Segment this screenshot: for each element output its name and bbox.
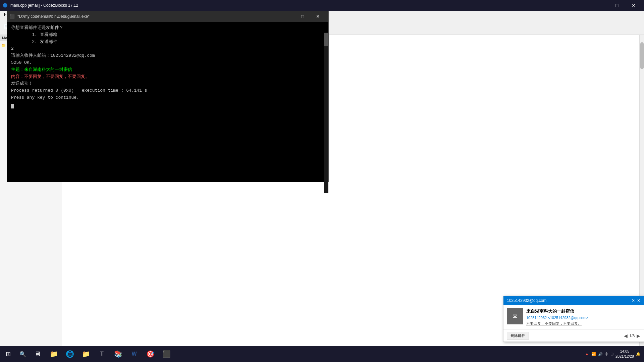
console-line-6: 5250 OK. <box>11 59 324 66</box>
taskbar-item-paint[interactable]: 🎯 <box>142 346 158 362</box>
console-line-12: Process returned 0 (0x0) execution time … <box>11 87 324 94</box>
email-popup-extra-close[interactable]: ✕ <box>632 298 635 303</box>
console-controls: — □ ✕ <box>279 11 326 22</box>
taskbar-search-button[interactable]: 🔍 <box>16 347 30 361</box>
console-title: ⬛ *D:\my code\email\bin\Debug\email.exe* <box>10 14 90 19</box>
email-popup-body: ✉ 来自湖南科大的一封密信 1025142932 <1025142932@qq.… <box>503 305 644 329</box>
email-prev-button[interactable]: ◀ <box>624 333 628 338</box>
email-preview: 不要回复，不要回复，不要回复。 <box>526 321 640 326</box>
tray-icon-1: 🔺 <box>585 352 589 356</box>
console-maximize[interactable]: □ <box>295 11 310 22</box>
console-cursor-line <box>11 101 324 108</box>
tray-icon-wifi[interactable]: 📶 <box>591 352 596 356</box>
email-sender-addr: <1025142932@qq.com> <box>548 316 588 320</box>
email-avatar-img: ✉ <box>507 308 523 324</box>
email-popup-header: 1025142932@qq.com ✕ ✕ <box>503 296 644 305</box>
minimize-button[interactable]: — <box>592 0 608 11</box>
taskbar-item-mortar[interactable]: 📚 <box>110 346 126 362</box>
console-line-1: 你想查看邮件还是发邮件？ <box>11 25 324 32</box>
email-next-button[interactable]: ▶ <box>637 333 640 338</box>
console-line-8: 主题：来自湖南科大的一封密信 <box>11 66 324 74</box>
taskbar-item-terminal[interactable]: ⬛ <box>158 346 174 362</box>
email-popup-close-btn[interactable]: ✕ <box>637 298 640 303</box>
email-avatar: ✉ <box>507 308 523 324</box>
taskbar-start-button[interactable]: ⊞ <box>0 346 16 362</box>
console-v-scrollbar[interactable] <box>324 33 328 193</box>
taskbar-clock[interactable]: 14:05 2021/12/28 <box>615 349 634 359</box>
console-line-13: Press any key to continue. <box>11 94 324 101</box>
console-v-thumb[interactable] <box>324 33 328 46</box>
title-bar: 🔵 main.cpp [email] - Code::Blocks 17.12 … <box>0 0 644 11</box>
console-line-4: 2 <box>11 45 324 52</box>
console-window: ⬛ *D:\my code\email\bin\Debug\email.exe*… <box>7 11 329 182</box>
title-bar-controls: — □ ✕ <box>592 0 641 11</box>
console-line-5: 请输入收件人邮箱：1025142932@qq.com <box>11 52 324 59</box>
tray-icon-grid[interactable]: ⊞ <box>610 352 613 356</box>
notification-icon[interactable]: 🔔 <box>636 352 641 356</box>
taskbar-item-browser[interactable]: 🌐 <box>62 346 78 362</box>
console-cursor <box>11 104 14 108</box>
taskbar-item-explorer[interactable]: 📁 <box>46 346 62 362</box>
app-icon: 🔵 <box>3 3 8 8</box>
console-line-10: 发送成功！ <box>11 80 324 87</box>
taskbar-item-taskview[interactable]: 🖥 <box>30 346 46 362</box>
console-line-9: 内容：不要回复，不要回复，不要回复。 <box>11 74 324 81</box>
taskbar-right: 🔺 📶 🔊 中 ⊞ 14:05 2021/12/28 🔔 <box>581 349 644 359</box>
close-button[interactable]: ✕ <box>626 0 641 11</box>
console-titlebar: ⬛ *D:\my code\email\bin\Debug\email.exe*… <box>7 11 328 22</box>
taskbar: ⊞ 🔍 🖥 📁 🌐 📁 T 📚 W 🎯 ⬛ 🔺 📶 🔊 中 ⊞ 14:05 20… <box>0 346 644 362</box>
window-title: main.cpp [email] - Code::Blocks 17.12 <box>10 3 78 8</box>
console-minimize[interactable]: — <box>279 11 295 22</box>
editor-v-thumb[interactable] <box>640 42 644 69</box>
taskbar-item-text[interactable]: T <box>94 346 110 362</box>
email-popup-footer: 删除邮件 ◀ 1/3 ▶ <box>503 329 644 342</box>
email-nav: ◀ 1/3 ▶ <box>624 333 640 338</box>
email-delete-button[interactable]: 删除邮件 <box>507 332 529 340</box>
taskbar-item-word[interactable]: W <box>126 346 142 362</box>
console-icon: ⬛ <box>10 14 15 19</box>
console-title-text: *D:\my code\email\bin\Debug\email.exe* <box>17 14 90 19</box>
email-info: 来自湖南科大的一封密信 1025142932 <1025142932@qq.co… <box>526 308 640 326</box>
email-page: 1/3 <box>630 334 635 338</box>
project-icon: 📁 <box>1 43 6 48</box>
tray-icon-speaker[interactable]: 🔊 <box>598 352 603 356</box>
console-line-3: 2. 发送邮件 <box>11 39 324 46</box>
console-line-2: 1. 查看邮箱 <box>11 32 324 39</box>
taskbar-date-value: 2021/12/28 <box>615 354 634 359</box>
title-bar-left: 🔵 main.cpp [email] - Code::Blocks 17.12 <box>3 3 78 8</box>
email-sender-name: 1025142932 <box>526 316 547 320</box>
email-popup-sender: 1025142932@qq.com <box>507 298 546 303</box>
email-sender: 1025142932 <1025142932@qq.com> <box>526 316 640 320</box>
maximize-button[interactable]: □ <box>609 0 625 11</box>
console-close[interactable]: ✕ <box>310 11 326 22</box>
email-subject: 来自湖南科大的一封密信 <box>526 308 640 314</box>
taskbar-time-value: 14:05 <box>615 349 634 354</box>
tray-icon-ime[interactable]: 中 <box>605 352 608 357</box>
console-content: 你想查看邮件还是发邮件？ 1. 查看邮箱 2. 发送邮件 2 请输入收件人邮箱：… <box>7 22 328 182</box>
email-popup: 1025142932@qq.com ✕ ✕ ✉ 来自湖南科大的一封密信 1025… <box>503 296 644 342</box>
taskbar-item-folder[interactable]: 📁 <box>78 346 94 362</box>
svg-text:✉: ✉ <box>513 313 518 320</box>
